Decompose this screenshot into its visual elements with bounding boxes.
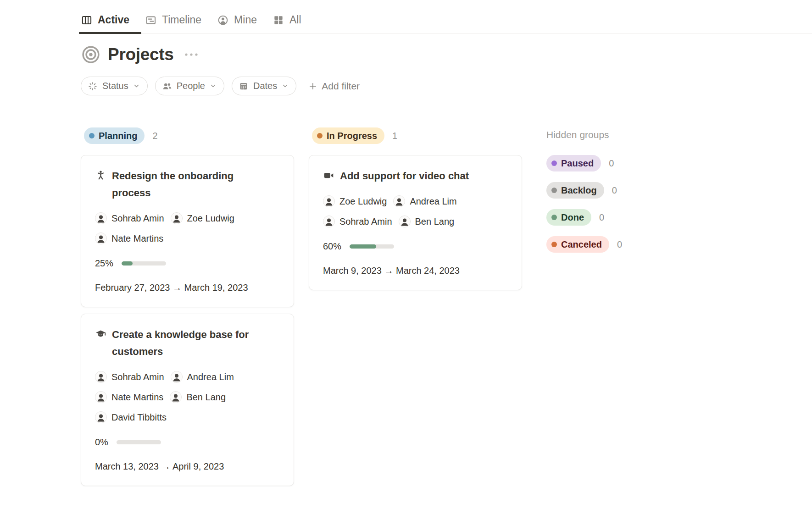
group-label: In Progress — [327, 130, 377, 141]
chevron-down-icon — [282, 83, 289, 89]
group-label: Planning — [99, 130, 137, 141]
hidden-groups-title: Hidden groups — [546, 129, 666, 140]
status-dot — [551, 215, 557, 220]
card-title: Add support for video chat — [340, 167, 469, 184]
add-filter-label: Add filter — [322, 81, 360, 92]
person: Ben Lang — [399, 213, 455, 230]
person: Sohrab Amin — [95, 368, 164, 386]
person-name: Nate Martins — [111, 388, 163, 406]
filter-label: Status — [102, 81, 128, 91]
hidden-group-row: Paused 0 — [546, 155, 666, 171]
filter-label: Dates — [253, 81, 277, 91]
card-knowledge-base[interactable]: Create a knowledge base for customers So… — [81, 314, 294, 486]
group-badge-paused[interactable]: Paused — [546, 155, 601, 171]
plus-icon — [308, 82, 317, 91]
person-name: Andrea Lim — [410, 193, 456, 210]
person-name: Sohrab Amin — [111, 210, 164, 227]
board-view-icon — [81, 14, 93, 26]
filter-dates[interactable]: Dates — [232, 77, 296, 95]
page-title[interactable]: Projects — [108, 45, 174, 64]
avatar — [399, 216, 411, 227]
person-name: Ben Lang — [415, 213, 455, 230]
tab-label: Mine — [234, 14, 257, 26]
card-progress: 0% — [95, 437, 283, 448]
card-date-range: February 27, 2023 → March 19, 2023 — [95, 282, 283, 293]
people-icon — [162, 81, 172, 91]
card-title: Redesign the onboarding process — [112, 167, 263, 201]
group-badge-planning[interactable]: Planning — [84, 127, 145, 144]
column-header: In Progress 1 — [309, 127, 522, 144]
avatar — [95, 391, 107, 403]
calendar-icon — [239, 81, 249, 91]
tab-timeline[interactable]: Timeline — [145, 14, 201, 33]
card-header: Create a knowledge base for customers — [95, 326, 283, 360]
filter-bar: Status People Dates Add filter — [81, 77, 812, 95]
group-badge-done[interactable]: Done — [546, 209, 591, 226]
person-name: Andrea Lim — [187, 368, 234, 386]
card-people: Sohrab Amin Andrea Lim Nate Martins Ben … — [95, 368, 283, 426]
more-options-icon[interactable] — [184, 50, 199, 59]
avatar — [95, 232, 107, 244]
person: Zoe Ludwig — [171, 210, 234, 227]
person-name: Nate Martins — [111, 230, 163, 247]
progress-percent: 25% — [95, 258, 113, 269]
projects-board-page: Active Timeline Mine All Projects Status — [0, 0, 812, 520]
card-video-chat[interactable]: Add support for video chat Zoe Ludwig An… — [309, 155, 522, 290]
group-badge-backlog[interactable]: Backlog — [546, 182, 604, 199]
group-count: 0 — [612, 185, 617, 196]
kanban-board: Planning 2 Redesign the onboarding proce… — [81, 127, 812, 492]
view-tab-bar: Active Timeline Mine All — [81, 0, 812, 33]
group-label: Canceled — [561, 239, 602, 250]
filter-status[interactable]: Status — [81, 77, 148, 95]
status-dot — [317, 133, 323, 138]
group-badge-canceled[interactable]: Canceled — [546, 236, 609, 253]
group-count: 0 — [617, 239, 622, 250]
filter-people[interactable]: People — [155, 77, 224, 95]
hidden-group-row: Backlog 0 — [546, 182, 666, 199]
card-people: Zoe Ludwig Andrea Lim Sohrab Amin Ben La… — [323, 193, 511, 230]
card-progress: 25% — [95, 258, 283, 269]
person-name: David Tibbitts — [111, 409, 167, 426]
person: Andrea Lim — [393, 193, 456, 210]
avatar — [170, 391, 182, 403]
avatar — [95, 371, 107, 383]
target-icon — [81, 44, 101, 65]
person: Nate Martins — [95, 230, 163, 247]
tab-active[interactable]: Active — [81, 14, 129, 33]
column-header: Planning 2 — [81, 127, 294, 144]
graduation-cap-icon — [95, 328, 106, 340]
status-dot — [89, 133, 95, 138]
person: Zoe Ludwig — [323, 193, 387, 210]
group-badge-in-progress[interactable]: In Progress — [312, 127, 384, 144]
tab-mine[interactable]: Mine — [217, 14, 257, 33]
status-spinner-icon — [88, 81, 98, 91]
hidden-groups-section: Hidden groups Paused 0 Backlog 0 Done — [546, 127, 666, 263]
timeline-view-icon — [145, 14, 157, 26]
progress-bar — [122, 261, 166, 266]
hidden-group-row: Done 0 — [546, 209, 666, 226]
avatar — [95, 411, 107, 423]
child-icon — [95, 170, 106, 181]
person: Nate Martins — [95, 388, 163, 406]
card-header: Add support for video chat — [323, 167, 511, 184]
add-filter-button[interactable]: Add filter — [308, 81, 360, 92]
progress-fill — [350, 244, 376, 249]
tab-label: Timeline — [162, 14, 201, 26]
avatar — [171, 212, 183, 224]
progress-percent: 0% — [95, 437, 108, 448]
avatar — [323, 195, 335, 207]
view-tabs: Active Timeline Mine All — [81, 14, 812, 33]
card-redesign-onboarding[interactable]: Redesign the onboarding process Sohrab A… — [81, 155, 294, 307]
person-name: Sohrab Amin — [111, 368, 164, 386]
status-dot — [551, 188, 557, 193]
page-title-row: Projects — [81, 44, 812, 65]
group-label: Done — [561, 212, 584, 223]
card-progress: 60% — [323, 241, 511, 252]
card-date-range: March 9, 2023 → March 24, 2023 — [323, 266, 511, 276]
hidden-group-row: Canceled 0 — [546, 236, 666, 253]
tab-all[interactable]: All — [273, 14, 301, 33]
person-name: Zoe Ludwig — [187, 210, 234, 227]
group-label: Paused — [561, 158, 594, 169]
chevron-down-icon — [210, 83, 217, 89]
progress-bar — [350, 244, 394, 249]
